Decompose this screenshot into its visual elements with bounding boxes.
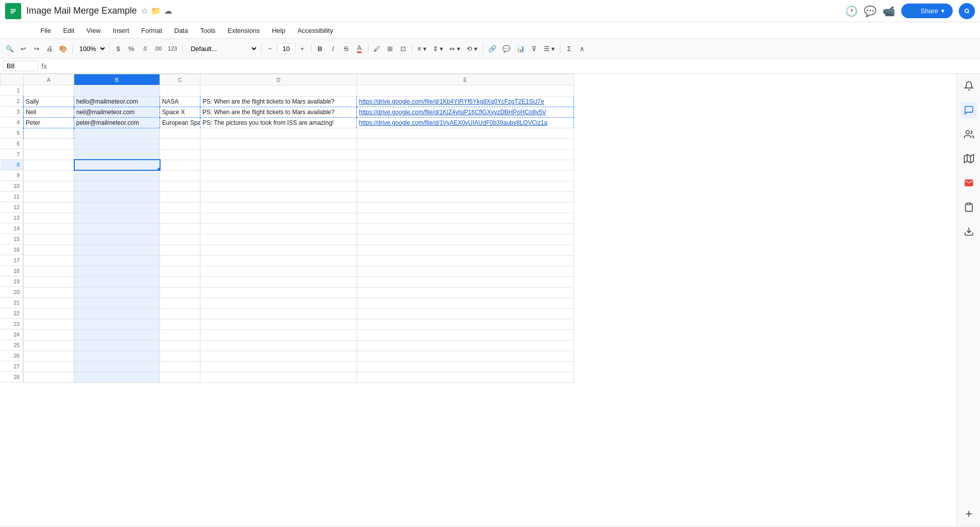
redo-button[interactable]: ↪ (30, 43, 42, 54)
undo-button[interactable]: ↩ (17, 43, 29, 54)
cell-b5[interactable] (74, 128, 160, 138)
cell-a5[interactable] (24, 128, 74, 138)
cell-a6[interactable] (24, 138, 74, 149)
star-icon[interactable]: ☆ (141, 6, 148, 16)
menu-data[interactable]: Data (169, 25, 193, 36)
cell-e6[interactable] (357, 138, 574, 149)
rotate-button[interactable]: ⟲ ▾ (464, 43, 480, 54)
col-header-e[interactable]: E (357, 74, 574, 85)
sidebar-notifications-icon[interactable] (961, 78, 977, 94)
cell-e1[interactable] (357, 85, 574, 97)
sidebar-chat-icon[interactable] (961, 102, 977, 118)
font-select[interactable]: Default... Arial Times New Roman Courier… (185, 43, 259, 55)
align-v-button[interactable]: ⇕ ▾ (430, 43, 446, 54)
menu-file[interactable]: File (35, 25, 56, 36)
menu-extensions[interactable]: Extensions (223, 25, 265, 36)
cell-reference-input[interactable] (3, 61, 38, 71)
cell-d6[interactable] (200, 138, 357, 149)
view-filter-button[interactable]: ☰ ▾ (541, 43, 558, 54)
menu-edit[interactable]: Edit (58, 25, 79, 36)
cell-a3[interactable]: Neil (24, 107, 74, 117)
cell-d4[interactable]: PS: The pictures you took from ISS are a… (200, 117, 357, 128)
menu-format[interactable]: Format (136, 25, 167, 36)
cell-b6[interactable] (74, 138, 160, 149)
sidebar-add-icon[interactable] (961, 506, 977, 522)
cell-e7[interactable] (357, 149, 574, 160)
cell-c7[interactable] (160, 149, 200, 160)
menu-view[interactable]: View (81, 25, 106, 36)
cell-c1[interactable] (160, 85, 200, 97)
cell-a7[interactable] (24, 149, 74, 160)
cell-e8[interactable] (357, 160, 574, 170)
history-icon[interactable]: 🕐 (845, 5, 858, 17)
cell-e3[interactable]: https://drive.google.com/file/d/1KjZ4yls… (357, 107, 574, 117)
collapse-button[interactable]: ∧ (576, 43, 588, 54)
menu-insert[interactable]: Insert (108, 25, 134, 36)
cell-e2[interactable]: https://drive.google.com/file/d/1Kb4YtRY… (357, 96, 574, 107)
align-h-button[interactable]: ≡ ▾ (415, 43, 429, 54)
cell-c4[interactable]: European Space Agency (160, 117, 200, 128)
cell-b8[interactable] (74, 160, 160, 170)
folder-icon[interactable]: 📁 (151, 6, 161, 16)
cloud-icon[interactable]: ☁ (164, 6, 172, 16)
col-header-d[interactable]: D (200, 74, 357, 85)
cell-d3[interactable]: PS: When are the flight tickets to Mars … (200, 107, 357, 117)
menu-help[interactable]: Help (267, 25, 290, 36)
cell-d8[interactable] (200, 160, 357, 170)
filter-button[interactable]: ⊽ (528, 43, 540, 54)
sidebar-people-icon[interactable] (961, 126, 977, 142)
col-header-corner[interactable] (1, 74, 24, 85)
cell-b1[interactable] (74, 85, 160, 97)
sidebar-download-icon[interactable] (961, 223, 977, 239)
search-button[interactable]: 🔍 (3, 43, 16, 54)
font-size-input[interactable] (277, 43, 295, 54)
text-color-button[interactable]: A (353, 42, 366, 55)
comment-icon[interactable]: 💬 (864, 5, 876, 17)
sidebar-maps-icon[interactable] (961, 151, 977, 167)
col-header-a[interactable]: A (24, 74, 74, 85)
cell-c3[interactable]: Space X (160, 107, 200, 117)
cell-d7[interactable] (200, 149, 357, 160)
cell-b2[interactable]: hello@mailmeteor.com (74, 96, 160, 107)
cell-b7[interactable] (74, 149, 160, 160)
sum-button[interactable]: Σ (563, 43, 575, 54)
zoom-select[interactable]: 100% 75% 50% 125% 150% (75, 43, 107, 54)
cell-e5[interactable] (357, 128, 574, 138)
sidebar-mailmeteor-icon[interactable] (961, 175, 977, 191)
bold-button[interactable]: B (314, 43, 326, 54)
cell-a2[interactable]: Sally (24, 96, 74, 107)
cell-b4[interactable]: peter@mailmeteor.com (74, 117, 160, 128)
font-size-increase-button[interactable]: + (296, 43, 308, 54)
wrap-button[interactable]: ⇔ ▾ (447, 43, 463, 54)
font-size-decrease-button[interactable]: − (264, 43, 276, 54)
italic-button[interactable]: I (327, 43, 339, 54)
print-button[interactable]: 🖨 (43, 43, 56, 54)
grid-area[interactable]: A B C D E 1 2 (0, 74, 957, 526)
format-button[interactable]: 123 (165, 44, 179, 53)
menu-accessibility[interactable]: Accessibility (292, 25, 338, 36)
link-button[interactable]: 🔗 (486, 43, 499, 54)
chart-button[interactable]: 📊 (514, 43, 527, 54)
cell-a1[interactable] (24, 85, 74, 97)
cell-d2[interactable]: PS: When are the flight tickets to Mars … (200, 96, 357, 107)
fill-color-button[interactable]: 🖊 (371, 43, 383, 54)
avatar[interactable]: G (959, 3, 975, 19)
borders-button[interactable]: ⊞ (384, 43, 396, 54)
decimal-dec-button[interactable]: .0 (138, 44, 150, 53)
menu-tools[interactable]: Tools (195, 25, 220, 36)
merge-cells-button[interactable]: ⊡ (397, 43, 409, 54)
paint-format-button[interactable]: 🎨 (57, 43, 70, 54)
cell-b3[interactable]: neil@mailmeteor.com (74, 107, 160, 117)
cell-d5[interactable] (200, 128, 357, 138)
strikethrough-button[interactable]: S (340, 43, 352, 54)
cell-e4[interactable]: https://drive.google.com/file/d/1VyAEX0v… (357, 117, 574, 128)
cell-c5[interactable] (160, 128, 200, 138)
percent-button[interactable]: % (125, 43, 137, 54)
share-button[interactable]: 👤 Share ▾ (901, 4, 953, 18)
cell-d1[interactable] (200, 85, 357, 97)
cell-a4[interactable]: Peter (24, 117, 74, 128)
meet-icon[interactable]: 📹 (883, 5, 895, 17)
decimal-inc-button[interactable]: .00 (151, 44, 164, 53)
sidebar-clipboard-icon[interactable] (961, 199, 977, 215)
cell-a8[interactable] (24, 160, 74, 170)
